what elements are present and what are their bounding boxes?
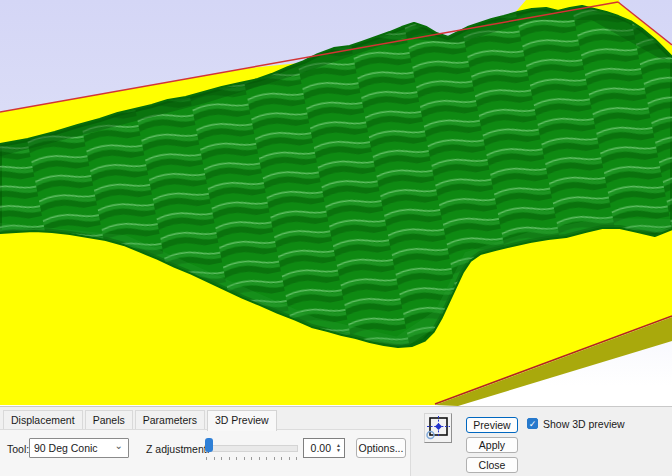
spin-down-icon[interactable]: ▼ bbox=[336, 448, 341, 453]
chevron-down-icon: ⌄ bbox=[115, 440, 123, 451]
tool-select-value: 90 Deg Conic bbox=[34, 442, 98, 454]
tab-panels[interactable]: Panels bbox=[85, 410, 133, 429]
set-origin-button[interactable] bbox=[424, 413, 452, 443]
z-adjustment-label: Z adjustment: bbox=[146, 443, 210, 455]
tool-select[interactable]: 90 Deg Conic ⌄ bbox=[29, 438, 129, 458]
tab-bar: Displacement Panels Parameters 3D Previe… bbox=[3, 410, 277, 429]
3d-viewport[interactable] bbox=[0, 0, 672, 406]
bottom-panel: Displacement Panels Parameters 3D Previe… bbox=[0, 406, 672, 476]
z-adjustment-spinbox[interactable]: 0.00 ▲ ▼ bbox=[303, 438, 345, 458]
app-window: Displacement Panels Parameters 3D Previe… bbox=[0, 0, 672, 476]
tab-displacement[interactable]: Displacement bbox=[3, 410, 83, 429]
options-button[interactable]: Options... bbox=[356, 438, 406, 458]
z-adjustment-value: 0.00 bbox=[304, 442, 333, 454]
show-3d-preview-checkbox[interactable]: ✓ bbox=[527, 418, 538, 429]
spinner-arrows: ▲ ▼ bbox=[333, 439, 344, 457]
close-button[interactable]: Close bbox=[466, 457, 518, 473]
tool-label: Tool: bbox=[7, 443, 29, 455]
slider-track[interactable] bbox=[205, 445, 298, 452]
crosshair-target-icon bbox=[426, 415, 451, 441]
tab-parameters[interactable]: Parameters bbox=[135, 410, 205, 429]
slider-ticks bbox=[206, 457, 297, 460]
preview-button[interactable]: Preview bbox=[466, 417, 518, 433]
show-3d-preview-label[interactable]: Show 3D preview bbox=[543, 418, 625, 430]
tab-3d-preview[interactable]: 3D Preview bbox=[207, 410, 277, 431]
3d-scene bbox=[0, 0, 672, 406]
slider-thumb[interactable] bbox=[205, 438, 213, 452]
apply-button[interactable]: Apply bbox=[466, 437, 518, 453]
checkbox-check-icon: ✓ bbox=[529, 419, 537, 429]
